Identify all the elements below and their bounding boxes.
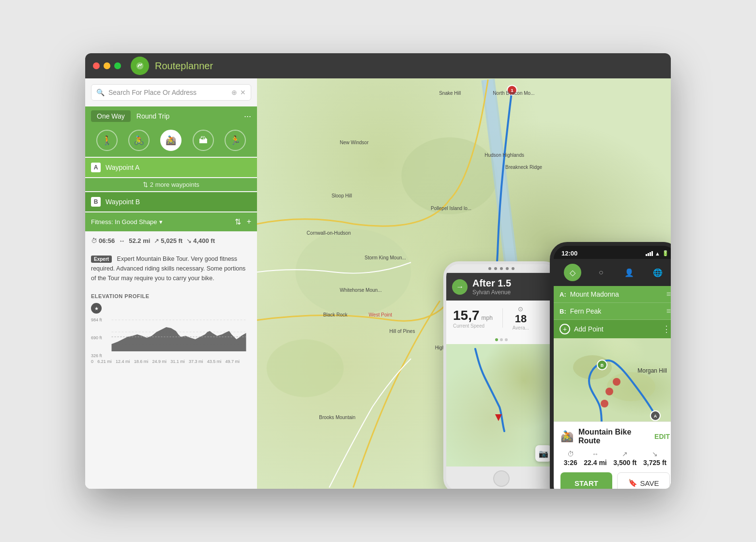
tab-one-way[interactable]: One Way bbox=[91, 110, 131, 122]
avg-speed-block: ⊙ 18 Avera... bbox=[513, 305, 529, 331]
activity-mtb[interactable]: 🚵 bbox=[160, 130, 181, 151]
add-point-more-icon[interactable]: ⋮ bbox=[662, 324, 671, 334]
location-icon[interactable]: ⊕ bbox=[231, 89, 237, 96]
black-waypoint-a[interactable]: A: Mount Madonna ≡ bbox=[554, 286, 671, 303]
map-label-sloop-hill: Sloop Hill bbox=[332, 193, 352, 198]
current-speed-block: 15,7 mph Current Speed bbox=[453, 308, 493, 329]
map-label-breakneck: Breakneck Ridge bbox=[505, 165, 542, 170]
iphone-white: ← After 1.5 Sylvan Avenue 15,7 mph bbox=[443, 261, 559, 489]
expert-badge: Expert bbox=[91, 256, 112, 263]
map-label-brooks: Brooks Mountain bbox=[319, 415, 355, 420]
waypoint-b[interactable]: B Waypoint B bbox=[85, 192, 257, 211]
black-status-icons: ▲ 🔋 bbox=[646, 250, 669, 256]
map-area[interactable]: 1 New Windsor Sloop Hill Snake Hill Nort… bbox=[257, 78, 671, 489]
map-label-hudson-highlands: Hudson Highlands bbox=[484, 152, 524, 158]
black-dist-icon: ↔ bbox=[584, 450, 606, 458]
nav-street: Sylvan Avenue bbox=[472, 289, 551, 296]
svg-point-17 bbox=[605, 388, 613, 395]
add-point-label: Add Point bbox=[574, 325, 604, 333]
nav-location-arrow: ▲ bbox=[493, 411, 504, 425]
dot-3 bbox=[505, 338, 508, 341]
fullscreen-button[interactable] bbox=[114, 62, 121, 69]
black-route-info: 🚵 Mountain Bike Route EDIT ⏱ 3:26 bbox=[554, 422, 671, 489]
svg-text:1: 1 bbox=[511, 88, 514, 93]
map-label-whitehorse: Whitehorse Moun... bbox=[340, 287, 382, 293]
map-label-black-rock: Black Rock bbox=[323, 312, 348, 317]
fitness-actions: ⇅ + bbox=[235, 217, 251, 226]
svg-text:B: B bbox=[601, 363, 604, 368]
waypoint-a[interactable]: A Waypoint A bbox=[85, 158, 257, 177]
start-button[interactable]: START bbox=[560, 472, 612, 489]
waypoint-b-text: Waypoint B bbox=[106, 198, 140, 206]
minimize-button[interactable] bbox=[104, 62, 110, 69]
description-area: Expert Expert Mountain Bike Tour. Very g… bbox=[85, 250, 257, 288]
avg-speed-value: 18 bbox=[515, 313, 527, 325]
nav-globe-icon[interactable]: 🌐 bbox=[649, 264, 666, 281]
black-wp-b-label: B: bbox=[559, 308, 566, 315]
speed-value: 15,7 bbox=[453, 308, 480, 323]
elevation-star-icon: ★ bbox=[91, 303, 102, 314]
close-button[interactable] bbox=[93, 62, 100, 69]
search-placeholder: Search For Place Or Address bbox=[108, 89, 227, 96]
iphone-black: 12:00 ▲ 🔋 bbox=[550, 242, 671, 489]
page-indicator bbox=[446, 335, 557, 344]
bike-icon: 🚵 bbox=[560, 430, 574, 443]
black-map-svg: A B bbox=[554, 338, 671, 422]
elev-x-0: 0 bbox=[91, 359, 93, 364]
black-route-name: Mountain Bike Route bbox=[578, 428, 654, 445]
route-stats: ⏱ 06:56 ↔ 52.2 mi ↗ 5,025 ft ↘ 4,400 ft bbox=[85, 231, 257, 250]
phones-container: ← After 1.5 Sylvan Avenue 15,7 mph bbox=[443, 242, 671, 489]
search-actions: ⊕ ✕ bbox=[231, 89, 246, 96]
black-stat-time: ⏱ 3:26 bbox=[564, 450, 577, 467]
sig-bar-2 bbox=[648, 253, 649, 256]
black-waypoints: A: Mount Madonna ≡ B: Fern Peak ≡ bbox=[554, 286, 671, 320]
route-options-button[interactable]: ··· bbox=[244, 111, 251, 121]
edit-button[interactable]: EDIT bbox=[654, 433, 670, 440]
save-button[interactable]: 🔖 SAVE bbox=[617, 472, 670, 489]
mac-window: Routeplanner 🔍 Search For Place Or Addre… bbox=[85, 53, 671, 489]
waypoint-a-label: A bbox=[91, 163, 101, 172]
drag-handle-a: ≡ bbox=[666, 290, 671, 299]
clear-icon[interactable]: ✕ bbox=[240, 89, 246, 96]
black-stat-descent: ↘ 3,725 ft bbox=[643, 450, 666, 467]
nav-map: ▲ 📷 bbox=[446, 344, 557, 467]
activity-run[interactable]: 🏃 bbox=[225, 130, 246, 151]
map-label-new-windsor: New Windsor bbox=[340, 140, 368, 145]
nav-header: ← After 1.5 Sylvan Avenue bbox=[446, 273, 557, 301]
elev-x-5: 31.1 mi bbox=[170, 359, 185, 364]
morgan-hill-label: Morgan Hill bbox=[637, 367, 667, 374]
svg-point-18 bbox=[601, 400, 608, 407]
elev-x-labels: 0 6.21 mi 12.4 mi 18.6 mi 24.9 mi 31.1 m… bbox=[91, 359, 251, 364]
signal-bars bbox=[646, 251, 653, 256]
tab-round-trip[interactable]: Round Trip bbox=[131, 110, 175, 122]
avg-speed-label: Avera... bbox=[513, 325, 529, 331]
add-point-bar[interactable]: + Add Point ⋮ bbox=[554, 320, 671, 338]
description-text: Expert Mountain Bike Tour. Very good fit… bbox=[91, 256, 245, 282]
black-time-value: 3:26 bbox=[564, 459, 577, 467]
nav-profile-icon[interactable]: 👤 bbox=[620, 264, 638, 281]
white-status-bar bbox=[446, 264, 557, 272]
traffic-lights bbox=[93, 62, 121, 69]
nav-distance: After 1.5 bbox=[472, 278, 551, 289]
camera-button[interactable]: 📷 bbox=[535, 445, 552, 462]
speed-section: 15,7 mph Current Speed ⊙ 18 Avera... bbox=[446, 301, 557, 335]
fitness-label[interactable]: Fitness: In Good Shape ▾ bbox=[91, 218, 163, 226]
black-stat-ascent: ↗ 3,500 ft bbox=[613, 450, 636, 467]
sig-bar-3 bbox=[650, 252, 651, 256]
fitness-swap-icon[interactable]: ⇅ bbox=[235, 217, 241, 226]
activity-walk[interactable]: 🚶 bbox=[96, 130, 118, 151]
home-button[interactable] bbox=[493, 470, 510, 487]
nav-location-icon[interactable]: ○ bbox=[592, 264, 610, 281]
svg-point-4 bbox=[296, 229, 411, 316]
nav-route-icon[interactable]: ◇ bbox=[564, 264, 581, 281]
sig-bar-4 bbox=[651, 251, 653, 256]
activity-hike[interactable]: 🏔 bbox=[193, 130, 214, 151]
black-status-bar: 12:00 ▲ 🔋 bbox=[554, 246, 671, 259]
map-label-north-beacon: North Beacon Mo... bbox=[493, 90, 534, 96]
activity-cycle[interactable]: 🚴 bbox=[128, 130, 150, 151]
black-waypoint-b[interactable]: B: Fern Peak ≡ bbox=[554, 303, 671, 320]
search-bar[interactable]: 🔍 Search For Place Or Address ⊕ ✕ bbox=[91, 84, 251, 101]
black-nav-bar: ◇ ○ 👤 🌐 bbox=[554, 259, 671, 286]
fitness-add-icon[interactable]: + bbox=[247, 217, 251, 226]
status-dot-4 bbox=[506, 267, 509, 270]
